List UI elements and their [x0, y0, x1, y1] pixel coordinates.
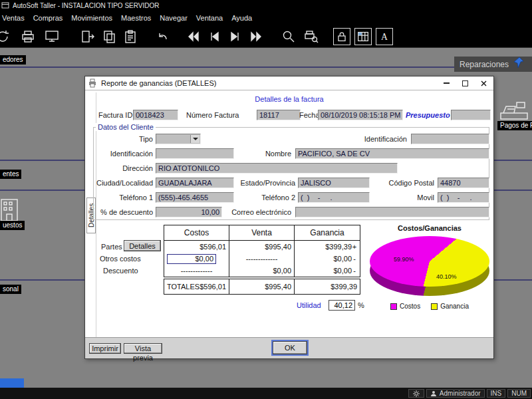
pie-slices [370, 236, 489, 287]
minimize-button[interactable] [439, 78, 454, 89]
ciudad-field[interactable]: GUADALAJARA [156, 178, 234, 188]
estado-field[interactable]: JALISCO [298, 178, 370, 188]
partes-sign: + [352, 243, 357, 251]
presupuesto-label: Presupuesto [406, 111, 450, 119]
ok-button[interactable]: OK [273, 341, 307, 354]
refresh-icon[interactable] [0, 28, 11, 45]
numero-factura-field[interactable]: 18117 [257, 110, 301, 120]
nav-next-icon[interactable] [227, 28, 244, 45]
numero-factura-label: Número Factura [186, 111, 239, 119]
settings-segment[interactable] [408, 389, 424, 398]
tipo-dropdown[interactable]: MORAL [156, 134, 201, 144]
identificacion-field[interactable] [156, 148, 234, 159]
menu-maestros[interactable]: Maestros [121, 14, 151, 22]
detalles-button[interactable]: Detalles [124, 240, 161, 251]
descuento-row-label: Descuento [103, 267, 138, 275]
shortcut-clientes[interactable]: entes [0, 170, 21, 179]
menu-compras[interactable]: Compras [33, 14, 63, 22]
utilidad-value[interactable]: 40,12 [329, 300, 355, 311]
client-section-label: Datos del Cliente [96, 123, 156, 131]
user-segment[interactable]: Administrador [426, 389, 485, 398]
otros-costos-input[interactable]: $0,00 [167, 254, 216, 264]
nombre-label: Nombre [263, 150, 291, 158]
partes-ganancia: $399,39 + [295, 241, 360, 253]
descuento-sign: - [352, 267, 357, 275]
otros-ganancia-value: $0,00 [333, 255, 352, 263]
grid-icon[interactable] [354, 28, 372, 45]
pie-chart-title: Costos/Ganancias [364, 224, 495, 232]
fecha-field[interactable]: 08/10/2019 08:15:18 PM [318, 110, 403, 120]
pushpin-icon[interactable] [513, 56, 524, 72]
text-format-icon[interactable]: A [376, 28, 393, 45]
monitor-icon[interactable] [43, 28, 61, 45]
export-icon[interactable] [79, 28, 96, 45]
menu-movimientos[interactable]: Movimientos [71, 14, 112, 22]
undo-icon[interactable] [154, 28, 171, 45]
imprimir-button[interactable]: Imprimir [89, 343, 121, 354]
shortcut-pagos[interactable]: Pagos de P [497, 121, 532, 130]
direccion-label: Dirección [112, 164, 153, 172]
lock-icon[interactable] [333, 28, 350, 45]
tipo-label: Tipo [112, 135, 153, 143]
identificacion2-field[interactable] [411, 134, 489, 144]
costs-table: Costos Venta Ganancia $596,01 $995,40 $3… [164, 225, 360, 277]
maximize-icon [462, 80, 468, 86]
table-row-otros: $0,00 ------------- $0,00 - [164, 253, 360, 265]
shortcut-presupuestos[interactable]: uestos [0, 221, 25, 230]
nombre-field[interactable]: PACIFICO, SA DE CV [295, 148, 489, 159]
legend-ganancia: Ganancia [431, 303, 469, 310]
pie-label-ganancia: 40.10% [436, 273, 457, 280]
close-icon [480, 80, 487, 87]
otros-costos-label: Otros costos [100, 255, 141, 263]
descuento-field[interactable]: 10,00 [156, 207, 222, 217]
factura-id-field[interactable]: 0018423 [133, 110, 178, 120]
print-icon[interactable] [19, 28, 37, 45]
search-icon[interactable] [280, 28, 297, 45]
maximize-button[interactable] [458, 78, 472, 89]
presupuesto-field[interactable] [451, 110, 491, 120]
paste-icon[interactable] [122, 28, 139, 45]
totals-costos-cell: TOTALES $596,01 [164, 279, 229, 294]
tel1-field[interactable]: (555)-465.4655 [156, 192, 234, 203]
correo-field[interactable] [295, 207, 489, 217]
tel2-field[interactable]: ( ) - . [298, 192, 370, 203]
vista-previa-button[interactable]: Vista previa [124, 343, 162, 354]
nav-last-icon[interactable] [248, 28, 265, 45]
estado-label: Estado/Provincia [237, 179, 295, 187]
pie-chart: Costos/Ganancias 59.90% 40.10% Costos Ga… [364, 223, 495, 321]
num-indicator: NUM [507, 389, 531, 398]
menu-ventana[interactable]: Ventana [196, 14, 223, 22]
nav-prev-icon[interactable] [205, 28, 223, 45]
menu-ayuda[interactable]: Ayuda [231, 14, 252, 22]
ins-indicator: INS [487, 389, 506, 398]
nav-first-icon[interactable] [184, 28, 201, 45]
totals-venta: $995,40 [229, 279, 295, 294]
menu-ventas[interactable]: Ventas [2, 14, 25, 22]
dialog-title: Reporte de ganancias (DETALLES) [101, 79, 435, 87]
ciudad-label: Ciudad/Localidad [92, 179, 153, 187]
dialog-button-bar: Imprimir Vista previa OK [85, 337, 493, 358]
cash-register-icon[interactable] [499, 97, 529, 124]
copy-icon[interactable] [100, 28, 118, 45]
direccion-field[interactable]: RIO ATOTONILCO [156, 163, 398, 174]
descuento-ganancia: $0,00 - [295, 265, 360, 277]
col-ganancia: Ganancia [295, 225, 360, 240]
shortcut-proveedores[interactable]: edores [0, 55, 26, 65]
identificacion2-label: Identificación [336, 135, 407, 143]
menu-navegar[interactable]: Navegar [160, 14, 188, 22]
pie-legend: Costos Ganancia [364, 303, 495, 310]
close-button[interactable] [476, 78, 491, 89]
totals-label: TOTALES [167, 283, 200, 291]
table-row-descuento: ------------- $0,00 $0,00 - [164, 265, 360, 277]
movil-field[interactable]: ( ) - . [438, 192, 489, 203]
partes-costos: $596,01 [164, 241, 229, 253]
print-preview-icon[interactable] [303, 28, 320, 45]
dialog-titlebar[interactable]: Reporte de ganancias (DETALLES) [85, 76, 493, 90]
cp-field[interactable]: 44870 [438, 178, 489, 188]
tel2-label: Teléfono 2 [255, 194, 295, 201]
chevron-down-icon[interactable] [190, 135, 200, 143]
report-icon [88, 78, 97, 88]
shortcut-personal[interactable]: sonal [0, 285, 21, 294]
pie-label-costos: 59.90% [394, 256, 414, 263]
utilidad-label: Utilidad [297, 301, 321, 309]
